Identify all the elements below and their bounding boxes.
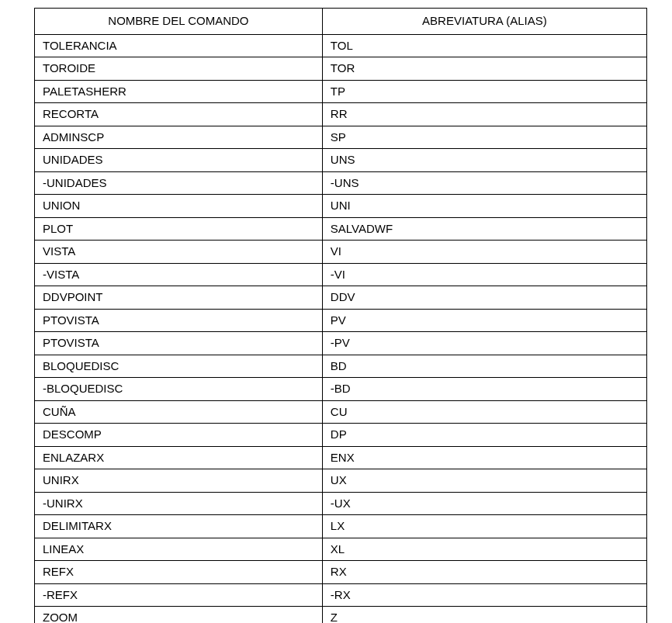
cell-alias: VI xyxy=(322,241,646,264)
cell-alias: TOL xyxy=(322,34,646,57)
cell-command: PTOVISTA xyxy=(35,309,323,332)
table-row: DESCOMPDP xyxy=(35,424,647,447)
cell-command: UNION xyxy=(35,195,323,218)
table-body: TOLERANCIATOLTOROIDETORPALETASHERRTPRECO… xyxy=(35,34,647,623)
header-command: NOMBRE DEL COMANDO xyxy=(35,9,323,35)
cell-command: BLOQUEDISC xyxy=(35,355,323,378)
table-row: -UNIDADES-UNS xyxy=(35,171,647,195)
cell-alias: SP xyxy=(322,126,646,149)
table-row: CUÑACU xyxy=(35,400,647,424)
cell-command: -VISTA xyxy=(35,263,323,286)
cell-alias: UX xyxy=(322,469,646,493)
cell-command: -REFX xyxy=(35,583,323,607)
table-row: -REFX-RX xyxy=(35,583,647,607)
table-row: DELIMITARXLX xyxy=(35,515,647,538)
cell-alias: XL xyxy=(322,538,646,561)
table-row: VISTAVI xyxy=(35,241,647,264)
cell-command: PLOT xyxy=(35,217,323,241)
page: NOMBRE DEL COMANDO ABREVIATURA (ALIAS) T… xyxy=(0,0,672,623)
table-row: UNIDADESUNS xyxy=(35,149,647,172)
table-row: TOLERANCIATOL xyxy=(35,34,647,57)
table-row: PALETASHERRTP xyxy=(35,80,647,103)
cell-alias: ENX xyxy=(322,446,646,469)
cell-alias: BD xyxy=(322,355,646,378)
cell-alias: -UNS xyxy=(322,171,646,195)
table-row: RECORTARR xyxy=(35,103,647,126)
cell-alias: -UX xyxy=(322,492,646,515)
cell-alias: Z xyxy=(322,607,646,624)
table-row: UNIRXUX xyxy=(35,469,647,493)
table-row: ADMINSCPSP xyxy=(35,126,647,149)
cell-alias: -VI xyxy=(322,263,646,286)
table-row: PTOVISTA-PV xyxy=(35,332,647,355)
cell-command: TOLERANCIA xyxy=(35,34,323,57)
cell-command: DDVPOINT xyxy=(35,286,323,310)
cell-command: UNIDADES xyxy=(35,149,323,172)
cell-alias: CU xyxy=(322,400,646,424)
table-row: -VISTA-VI xyxy=(35,263,647,286)
cell-alias: LX xyxy=(322,515,646,538)
table-header-row: NOMBRE DEL COMANDO ABREVIATURA (ALIAS) xyxy=(35,9,647,35)
cell-command: DELIMITARX xyxy=(35,515,323,538)
cell-command: ADMINSCP xyxy=(35,126,323,149)
table-row: PLOTSALVADWF xyxy=(35,217,647,241)
cell-alias: UNI xyxy=(322,195,646,218)
cell-command: RECORTA xyxy=(35,103,323,126)
cell-alias: -BD xyxy=(322,378,646,401)
cell-command: LINEAX xyxy=(35,538,323,561)
cell-alias: DDV xyxy=(322,286,646,310)
table-row: REFXRX xyxy=(35,561,647,584)
cell-alias: UNS xyxy=(322,149,646,172)
cell-alias: -PV xyxy=(322,332,646,355)
cell-command: UNIRX xyxy=(35,469,323,493)
cell-alias: RR xyxy=(322,103,646,126)
cell-command: PALETASHERR xyxy=(35,80,323,103)
cell-alias: TP xyxy=(322,80,646,103)
cell-command: ENLAZARX xyxy=(35,446,323,469)
cell-command: -UNIRX xyxy=(35,492,323,515)
cell-command: REFX xyxy=(35,561,323,584)
cell-alias: PV xyxy=(322,309,646,332)
cell-command: DESCOMP xyxy=(35,424,323,447)
cell-alias: RX xyxy=(322,561,646,584)
table-row: PTOVISTAPV xyxy=(35,309,647,332)
cell-command: PTOVISTA xyxy=(35,332,323,355)
cell-command: TOROIDE xyxy=(35,57,323,81)
commands-table: NOMBRE DEL COMANDO ABREVIATURA (ALIAS) T… xyxy=(34,8,647,623)
table-row: LINEAXXL xyxy=(35,538,647,561)
table-row: -BLOQUEDISC-BD xyxy=(35,378,647,401)
table-row: -UNIRX-UX xyxy=(35,492,647,515)
cell-command: -UNIDADES xyxy=(35,171,323,195)
table-row: BLOQUEDISCBD xyxy=(35,355,647,378)
cell-command: ZOOM xyxy=(35,607,323,624)
table-row: DDVPOINTDDV xyxy=(35,286,647,310)
header-alias: ABREVIATURA (ALIAS) xyxy=(322,9,646,35)
cell-command: VISTA xyxy=(35,241,323,264)
table-row: UNIONUNI xyxy=(35,195,647,218)
cell-command: -BLOQUEDISC xyxy=(35,378,323,401)
cell-alias: TOR xyxy=(322,57,646,81)
cell-alias: -RX xyxy=(322,583,646,607)
table-row: ENLAZARXENX xyxy=(35,446,647,469)
table-row: ZOOMZ xyxy=(35,607,647,624)
cell-alias: DP xyxy=(322,424,646,447)
cell-alias: SALVADWF xyxy=(322,217,646,241)
table-row: TOROIDETOR xyxy=(35,57,647,81)
cell-command: CUÑA xyxy=(35,400,323,424)
